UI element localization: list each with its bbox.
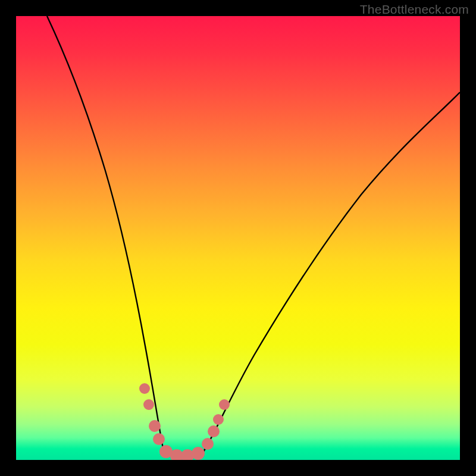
svg-point-11 xyxy=(219,399,230,410)
plot-area xyxy=(16,16,460,460)
watermark-text: TheBottleneck.com xyxy=(360,2,469,17)
markers xyxy=(139,383,230,460)
curve-layer xyxy=(16,16,460,460)
svg-point-1 xyxy=(143,399,154,410)
curve-right xyxy=(203,92,460,452)
svg-point-10 xyxy=(213,414,224,425)
svg-point-9 xyxy=(208,425,220,437)
svg-point-7 xyxy=(192,447,205,460)
svg-point-0 xyxy=(139,383,150,394)
svg-point-2 xyxy=(149,420,161,432)
svg-point-8 xyxy=(202,438,214,450)
svg-point-3 xyxy=(153,433,165,445)
